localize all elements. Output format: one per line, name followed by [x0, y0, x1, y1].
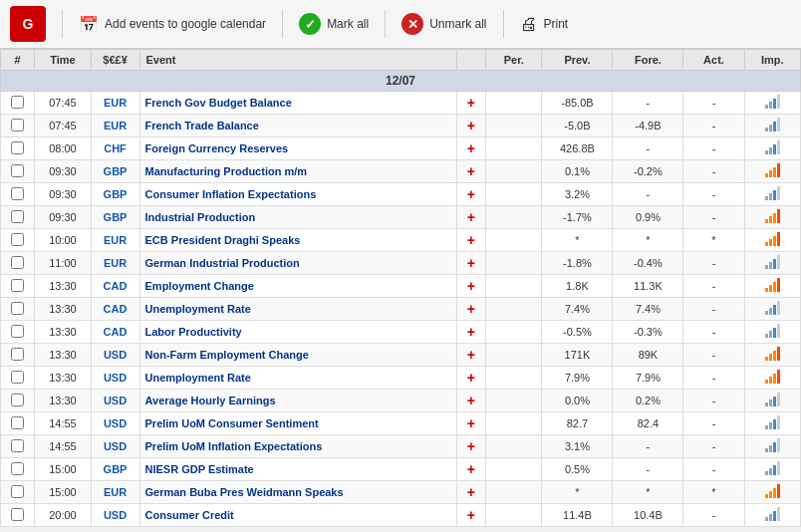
col-fore: Fore. — [613, 50, 683, 71]
event-checkbox[interactable] — [11, 96, 24, 109]
event-prev: 7.9% — [542, 367, 613, 390]
row-checkbox-cell — [1, 458, 35, 481]
table-row: 13:30CADLabor Productivity+-0.5%-0.3%- — [1, 321, 801, 344]
add-event-button[interactable]: + — [467, 416, 475, 430]
event-prev: 11.4B — [542, 504, 613, 527]
add-event-button[interactable]: + — [467, 348, 475, 362]
event-checkbox[interactable] — [11, 141, 24, 154]
table-row: 15:00EURGerman Buba Pres Weidmann Speaks… — [1, 481, 801, 504]
event-checkbox[interactable] — [11, 187, 24, 200]
event-checkbox[interactable] — [11, 210, 24, 223]
add-event-button[interactable]: + — [467, 233, 475, 247]
event-impact — [744, 137, 800, 160]
add-event-button[interactable]: + — [467, 279, 475, 293]
event-checkbox[interactable] — [11, 416, 24, 429]
event-prev: 0.5% — [542, 458, 613, 481]
table-row: 14:55USDPrelim UoM Consumer Sentiment+82… — [1, 412, 801, 435]
mark-all-label: Mark all — [327, 17, 369, 31]
table-row: 13:30CADUnemployment Rate+7.4%7.4%- — [1, 298, 801, 321]
event-impact — [744, 481, 800, 504]
add-event-button[interactable]: + — [467, 210, 475, 224]
event-checkbox[interactable] — [11, 256, 24, 269]
event-time: 13:30 — [35, 275, 91, 298]
add-event-button[interactable]: + — [467, 256, 475, 270]
event-checkbox[interactable] — [11, 371, 24, 384]
event-name[interactable]: Foreign Currency Reserves — [139, 137, 456, 160]
unmark-all-button[interactable]: ✕ Unmark all — [401, 13, 486, 35]
col-act: Act. — [683, 50, 744, 71]
event-impact — [744, 504, 800, 527]
event-impact — [744, 160, 800, 183]
add-event-button[interactable]: + — [467, 371, 475, 385]
event-checkbox[interactable] — [11, 302, 24, 315]
mark-all-icon: ✓ — [299, 13, 321, 35]
event-prev: 0.0% — [542, 390, 613, 412]
add-event-button[interactable]: + — [467, 164, 475, 178]
event-act: - — [683, 298, 744, 321]
event-name[interactable]: Labor Productivity — [139, 321, 456, 344]
event-fore: - — [613, 137, 683, 160]
event-fore: * — [613, 481, 683, 504]
add-event-button[interactable]: + — [467, 508, 475, 522]
event-name[interactable]: NIESR GDP Estimate — [139, 458, 456, 481]
event-checkbox[interactable] — [11, 325, 24, 338]
event-name[interactable]: German Buba Pres Weidmann Speaks — [139, 481, 456, 504]
add-event-button[interactable]: + — [467, 439, 475, 453]
event-impact — [744, 206, 800, 229]
event-name[interactable]: Prelim UoM Consumer Sentiment — [139, 412, 456, 435]
event-fore: 0.2% — [613, 390, 683, 412]
event-impact — [744, 252, 800, 275]
event-name[interactable]: Employment Change — [139, 275, 456, 298]
event-name[interactable]: German Industrial Production — [139, 252, 456, 275]
add-event-button[interactable]: + — [467, 485, 475, 499]
event-checkbox[interactable] — [11, 508, 24, 521]
event-currency: GBP — [91, 206, 139, 229]
table-row: 09:30GBPIndustrial Production+-1.7%0.9%- — [1, 206, 801, 229]
event-name[interactable]: Prelim UoM Inflation Expectations — [139, 435, 456, 458]
event-name[interactable]: Unemployment Rate — [139, 367, 456, 390]
print-button[interactable]: 🖨 Print — [520, 14, 569, 35]
event-checkbox[interactable] — [11, 394, 24, 406]
add-event-button[interactable]: + — [467, 302, 475, 316]
event-name[interactable]: Consumer Credit — [139, 504, 456, 527]
row-checkbox-cell — [1, 92, 35, 115]
event-name[interactable]: ECB President Draghi Speaks — [139, 229, 456, 252]
event-name[interactable]: French Trade Balance — [139, 115, 456, 137]
events-table: # Time $€£¥ Event Per. Prev. Fore. Act. … — [0, 49, 801, 527]
divider-2 — [282, 10, 283, 38]
event-impact — [744, 458, 800, 481]
add-event-button-cell: + — [456, 435, 485, 458]
add-event-button-cell: + — [456, 321, 485, 344]
add-event-button[interactable]: + — [467, 462, 475, 476]
event-checkbox[interactable] — [11, 164, 24, 177]
table-row: 10:00EURECB President Draghi Speaks+*** — [1, 229, 801, 252]
mark-all-button[interactable]: ✓ Mark all — [299, 13, 369, 35]
event-fore: 7.4% — [613, 298, 683, 321]
add-event-button[interactable]: + — [467, 394, 475, 407]
event-checkbox[interactable] — [11, 462, 24, 475]
event-name[interactable]: French Gov Budget Balance — [139, 92, 456, 115]
event-name[interactable]: Unemployment Rate — [139, 298, 456, 321]
add-event-button[interactable]: + — [467, 141, 475, 155]
event-checkbox[interactable] — [11, 485, 24, 498]
add-event-button[interactable]: + — [467, 96, 475, 110]
table-row: 13:30USDAverage Hourly Earnings+0.0%0.2%… — [1, 390, 801, 412]
event-checkbox[interactable] — [11, 279, 24, 292]
event-name[interactable]: Industrial Production — [139, 206, 456, 229]
add-event-button[interactable]: + — [467, 325, 475, 339]
event-checkbox[interactable] — [11, 439, 24, 452]
add-calendar-button[interactable]: 📅 Add events to google calendar — [79, 15, 266, 34]
event-period — [486, 137, 542, 160]
event-name[interactable]: Average Hourly Earnings — [139, 390, 456, 412]
add-event-button[interactable]: + — [467, 187, 475, 201]
add-event-button[interactable]: + — [467, 119, 475, 133]
event-prev: 1.8K — [542, 275, 613, 298]
table-row: 13:30USDNon-Farm Employment Change+171K8… — [1, 344, 801, 367]
event-name[interactable]: Manufacturing Production m/m — [139, 160, 456, 183]
event-checkbox[interactable] — [11, 233, 24, 246]
event-checkbox[interactable] — [11, 119, 24, 132]
event-name[interactable]: Consumer Inflation Expectations — [139, 183, 456, 206]
event-checkbox[interactable] — [11, 348, 24, 361]
event-name[interactable]: Non-Farm Employment Change — [139, 344, 456, 367]
event-period — [486, 252, 542, 275]
